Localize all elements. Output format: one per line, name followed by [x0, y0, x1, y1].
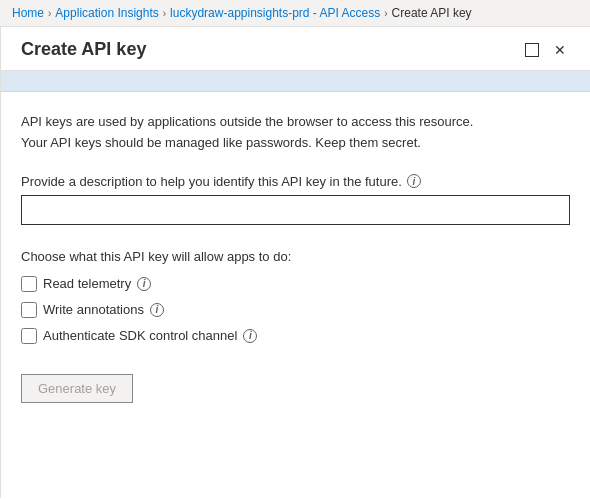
- restore-icon: [525, 43, 539, 57]
- breadcrumb-sep-3: ›: [384, 8, 387, 19]
- close-button[interactable]: ✕: [550, 40, 570, 60]
- authenticate-sdk-checkbox[interactable]: [21, 328, 37, 344]
- intro-text: API keys are used by applications outsid…: [21, 112, 570, 154]
- description-info-icon[interactable]: i: [407, 174, 421, 188]
- description-input[interactable]: [21, 195, 570, 225]
- read-telemetry-checkbox[interactable]: [21, 276, 37, 292]
- write-annotations-info-icon[interactable]: i: [150, 303, 164, 317]
- breadcrumb-appinsights[interactable]: Application Insights: [55, 6, 158, 20]
- breadcrumb-home[interactable]: Home: [12, 6, 44, 20]
- read-telemetry-info-icon[interactable]: i: [137, 277, 151, 291]
- breadcrumb-api-access[interactable]: luckydraw-appinsights-prd - API Access: [170, 6, 380, 20]
- page-title: Create API key: [21, 39, 146, 60]
- panel-body: API keys are used by applications outsid…: [1, 92, 590, 498]
- breadcrumb-sep-1: ›: [48, 8, 51, 19]
- breadcrumb-current: Create API key: [392, 6, 472, 20]
- authenticate-sdk-info-icon[interactable]: i: [243, 329, 257, 343]
- generate-key-button[interactable]: Generate key: [21, 374, 133, 403]
- breadcrumb-sep-2: ›: [163, 8, 166, 19]
- authenticate-sdk-row: Authenticate SDK control channel i: [21, 328, 570, 344]
- intro-line-2: Your API keys should be managed like pas…: [21, 133, 570, 154]
- info-banner: [1, 71, 590, 92]
- description-label-row: Provide a description to help you identi…: [21, 174, 570, 189]
- intro-line-1: API keys are used by applications outsid…: [21, 112, 570, 133]
- authenticate-sdk-label[interactable]: Authenticate SDK control channel: [43, 328, 237, 343]
- read-telemetry-row: Read telemetry i: [21, 276, 570, 292]
- breadcrumb: Home › Application Insights › luckydraw-…: [0, 0, 590, 27]
- restore-button[interactable]: [522, 40, 542, 60]
- write-annotations-label[interactable]: Write annotations: [43, 302, 144, 317]
- description-label-text: Provide a description to help you identi…: [21, 174, 402, 189]
- panel-header: Create API key ✕: [1, 27, 590, 71]
- write-annotations-row: Write annotations i: [21, 302, 570, 318]
- write-annotations-checkbox[interactable]: [21, 302, 37, 318]
- create-api-key-panel: Create API key ✕ API keys are used by ap…: [0, 27, 590, 498]
- read-telemetry-label[interactable]: Read telemetry: [43, 276, 131, 291]
- panel-header-icons: ✕: [522, 40, 570, 60]
- permissions-label: Choose what this API key will allow apps…: [21, 249, 570, 264]
- close-icon: ✕: [554, 42, 566, 58]
